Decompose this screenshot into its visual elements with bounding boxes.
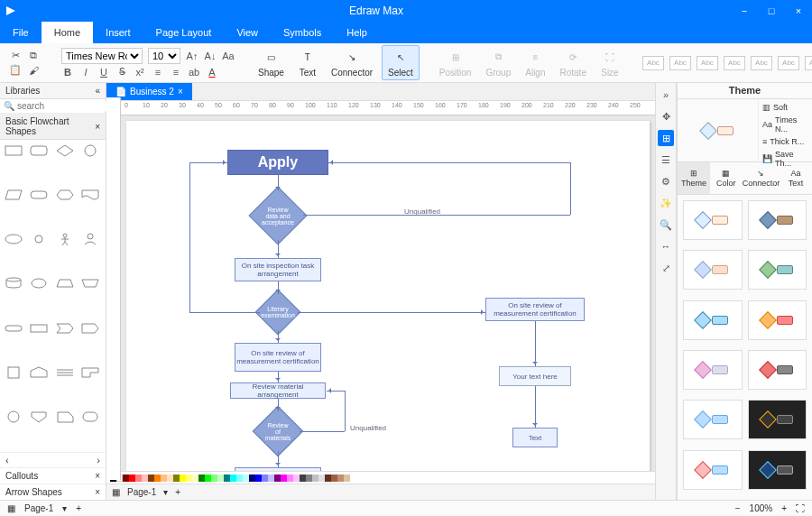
shape-chev[interactable] <box>55 321 75 336</box>
zoom-out-icon[interactable]: − <box>735 503 741 513</box>
strike-icon[interactable]: S̶ <box>115 66 128 78</box>
shape-note[interactable] <box>55 410 75 424</box>
shape-stick[interactable] <box>55 232 75 246</box>
theme-item[interactable] <box>683 400 743 439</box>
prop-line[interactable]: ≡Thick R... <box>759 135 812 148</box>
shape-rnd[interactable] <box>80 410 100 424</box>
rtab-connector[interactable]: ↘Connector <box>743 162 780 194</box>
node-review-data[interactable]: Review data and acceptance <box>257 195 299 236</box>
prop-font[interactable]: AaTimes N... <box>759 114 812 135</box>
nav-right[interactable]: › <box>97 455 100 465</box>
bold-icon[interactable]: B <box>61 66 74 78</box>
shape-rounded[interactable] <box>29 143 49 158</box>
node-text[interactable]: Text <box>512 428 558 447</box>
theme-item[interactable] <box>748 250 807 290</box>
shape-trap2[interactable] <box>80 276 100 290</box>
node-review-material[interactable]: Review material arrangement <box>230 382 326 399</box>
shape-diamond[interactable] <box>55 143 75 158</box>
theme-item[interactable] <box>683 450 743 490</box>
shape-term[interactable] <box>29 188 49 202</box>
shape-rect[interactable] <box>4 143 23 158</box>
rtab-theme[interactable]: ⊞Theme <box>678 162 710 194</box>
side-expand-icon[interactable]: » <box>658 87 674 103</box>
menu-insert[interactable]: Insert <box>93 22 143 43</box>
node-your-text[interactable]: Your text here <box>499 366 571 386</box>
style-swatch-4[interactable]: Abc <box>724 56 745 70</box>
menu-view[interactable]: View <box>224 22 271 43</box>
theme-item[interactable] <box>748 350 807 390</box>
menu-symbols[interactable]: Symbols <box>271 22 334 43</box>
shape-para[interactable] <box>4 188 23 202</box>
text-tool[interactable]: TText <box>293 46 322 79</box>
format-painter-icon[interactable]: 🖌 <box>27 64 40 77</box>
close-button[interactable]: × <box>785 0 812 22</box>
node-review-materials[interactable]: Review of materials <box>260 413 296 449</box>
side-link-icon[interactable]: ↔ <box>658 238 674 254</box>
shape-shield[interactable] <box>29 410 49 424</box>
menu-help[interactable]: Help <box>334 22 380 43</box>
pager-dropdown-icon[interactable]: ▾ <box>163 487 168 497</box>
group-tool[interactable]: ⧉Group <box>480 46 516 79</box>
font-color-icon[interactable]: A <box>206 66 218 78</box>
node-apply[interactable]: Apply <box>227 150 328 175</box>
side-pan-icon[interactable]: ✥ <box>658 108 674 124</box>
rtab-color[interactable]: ▦Color <box>710 162 743 194</box>
shape-lines[interactable] <box>55 365 75 380</box>
theme-item[interactable] <box>683 200 743 240</box>
menu-page-layout[interactable]: Page Layout <box>143 22 225 43</box>
node-onsite-review[interactable]: On site review of measurement certificat… <box>235 343 321 372</box>
rtab-text[interactable]: AaText <box>780 162 812 194</box>
theme-item[interactable] <box>748 400 807 439</box>
paste-icon[interactable]: 📋 <box>9 64 22 77</box>
super-icon[interactable]: x² <box>134 66 146 78</box>
shape-pent[interactable] <box>80 321 100 336</box>
pager-add-icon[interactable]: + <box>175 487 180 497</box>
shape-tool[interactable]: ▭Shape <box>253 46 290 79</box>
minimize-button[interactable]: − <box>731 0 758 22</box>
nav-left[interactable]: ‹ <box>5 455 9 465</box>
clear-format-icon[interactable]: Aa <box>222 50 235 62</box>
node-onsite-task[interactable]: On site inspection task arrangement <box>235 258 321 281</box>
menu-file[interactable]: File <box>0 22 42 43</box>
status-page[interactable]: Page-1 <box>24 503 53 513</box>
shape-rect2[interactable] <box>29 321 49 336</box>
size-tool[interactable]: ⛶Size <box>595 46 624 79</box>
select-tool[interactable]: ↖Select <box>382 45 420 80</box>
align-icon[interactable]: ≡ <box>170 66 182 78</box>
maximize-button[interactable]: □ <box>758 0 785 22</box>
prop-soft[interactable]: ▥Soft <box>759 101 812 114</box>
shape-circ2[interactable] <box>4 410 23 424</box>
node-literary[interactable]: Literary examination <box>262 296 294 328</box>
theme-item[interactable] <box>748 300 807 340</box>
shape-ellipse[interactable] <box>4 232 23 246</box>
shape-pill[interactable] <box>4 321 23 336</box>
increase-font-icon[interactable]: A↑ <box>186 50 198 62</box>
node-onsite-review2[interactable]: On site review of measurement certificat… <box>485 298 585 321</box>
font-family-select[interactable]: Times New Roman <box>61 48 143 64</box>
style-swatch-2[interactable]: Abc <box>669 56 691 70</box>
align-tool[interactable]: ≡Align <box>520 46 550 79</box>
section-callouts[interactable]: Callouts <box>5 471 38 481</box>
side-zoom-icon[interactable]: ⤢ <box>658 260 674 276</box>
pager-page[interactable]: Page-1 <box>127 487 156 497</box>
theme-item[interactable] <box>683 250 743 290</box>
style-swatch-7[interactable]: Abc <box>805 56 812 70</box>
underline-icon[interactable]: U <box>97 66 110 78</box>
shape-doc[interactable] <box>80 188 100 202</box>
shape-house[interactable] <box>29 365 49 380</box>
style-swatch-5[interactable]: Abc <box>751 56 772 70</box>
collapse-icon[interactable]: « <box>95 86 100 96</box>
font-size-select[interactable]: 10 <box>148 48 180 64</box>
side-search-icon[interactable]: 🔍 <box>658 217 674 233</box>
tab-close-icon[interactable]: × <box>178 87 183 97</box>
side-layers-icon[interactable]: ☰ <box>658 152 674 168</box>
fit-icon[interactable]: ⛶ <box>796 503 805 513</box>
rotate-tool[interactable]: ⟳Rotate <box>554 46 591 79</box>
shape-cyl[interactable] <box>4 276 23 290</box>
style-swatch-1[interactable]: Abc <box>642 56 664 70</box>
theme-item[interactable] <box>748 450 807 490</box>
copy-icon[interactable]: ⧉ <box>27 50 40 62</box>
status-grid-icon[interactable]: ▦ <box>7 503 15 513</box>
shape-trap[interactable] <box>55 276 75 290</box>
decrease-font-icon[interactable]: A↓ <box>204 50 217 62</box>
